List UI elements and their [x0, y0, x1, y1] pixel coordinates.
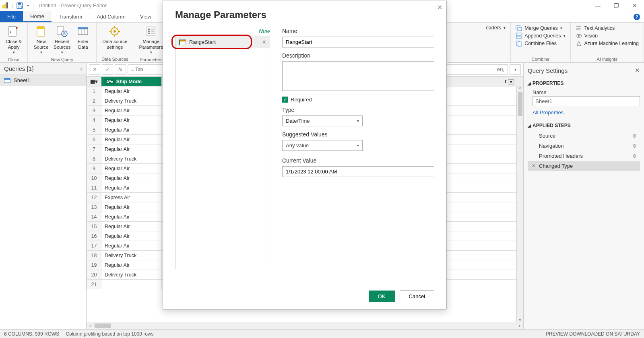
- grid-corner[interactable]: ▦▾: [87, 77, 101, 87]
- gear-icon[interactable]: ⚙: [632, 143, 637, 149]
- svg-rect-26: [151, 31, 154, 32]
- separator: |: [33, 2, 34, 8]
- merge-queries-button[interactable]: Merge Queries ▾: [516, 25, 565, 31]
- all-properties-link[interactable]: All Properties: [533, 106, 640, 120]
- query-item-sheet1[interactable]: Sheet1: [0, 75, 86, 86]
- svg-rect-31: [516, 36, 521, 39]
- delete-parameter-icon[interactable]: ✕: [262, 39, 266, 45]
- parameter-list: RangeStart ✕: [175, 36, 270, 269]
- type-select[interactable]: Date/Time▾: [282, 115, 363, 126]
- queries-pane: Queries [1] ‹ Sheet1: [0, 63, 87, 329]
- query-item-label: Sheet1: [14, 77, 30, 83]
- parameter-description-input[interactable]: [282, 61, 434, 91]
- current-value-input[interactable]: [282, 166, 434, 177]
- new-source-button[interactable]: New Source▾: [31, 23, 51, 56]
- group-label-close: Close: [3, 56, 24, 63]
- type-field-label: Type: [282, 107, 434, 113]
- close-window-button[interactable]: ✕: [625, 0, 644, 11]
- group-label-combine: Combine: [514, 56, 567, 62]
- group-label-ai-insights: AI Insights: [574, 56, 641, 62]
- dialog-title: Manage Parameters: [163, 0, 446, 28]
- highlight-annotation: [171, 35, 252, 49]
- svg-rect-25: [151, 29, 154, 30]
- column-header-ship-mode[interactable]: AᴮcShip Mode: [101, 77, 162, 87]
- append-queries-button[interactable]: Append Queries ▾: [516, 33, 565, 39]
- parameter-form: Name Description ✓ Required Type Date/Ti…: [282, 28, 434, 285]
- query-name-input[interactable]: [533, 96, 640, 106]
- window-title: Untitled - Power Query Editor: [39, 2, 107, 8]
- svg-rect-4: [18, 3, 21, 4]
- vision-button[interactable]: Vision: [576, 33, 639, 39]
- formula-accept-button[interactable]: ✓: [102, 64, 113, 75]
- suggested-values-select[interactable]: Any value▾: [282, 140, 363, 151]
- recent-sources-button[interactable]: Recent Sources▾: [51, 23, 73, 56]
- group-label-data-sources: Data Sources: [100, 56, 130, 62]
- svg-rect-1: [4, 4, 6, 8]
- suggested-values-label: Suggested Values: [282, 131, 434, 138]
- tab-home[interactable]: Home: [23, 11, 52, 22]
- applied-step[interactable]: Navigation⚙: [528, 141, 640, 151]
- svg-rect-23: [148, 31, 150, 32]
- vertical-scrollbar[interactable]: ^ v: [516, 87, 523, 322]
- help-icon[interactable]: ?: [634, 14, 640, 20]
- close-query-settings-icon[interactable]: ✕: [635, 67, 640, 74]
- svg-point-38: [578, 35, 580, 37]
- fx-button[interactable]: fx: [115, 64, 126, 75]
- data-source-settings-button[interactable]: Data source settings: [100, 23, 130, 52]
- current-value-label: Current Value: [282, 157, 434, 164]
- svg-rect-8: [37, 27, 44, 29]
- applied-steps-section-header[interactable]: ◢APPLIED STEPS: [528, 120, 640, 131]
- dialog-close-icon[interactable]: ✕: [437, 4, 442, 11]
- applied-step[interactable]: Promoted Headers⚙: [528, 151, 640, 161]
- tab-file[interactable]: File: [0, 11, 23, 22]
- separator: |: [12, 2, 13, 8]
- group-label-new-query: New Query: [31, 56, 93, 63]
- text-analytics-button[interactable]: Text Analytics: [576, 25, 639, 31]
- queries-header: Queries [1]: [4, 65, 33, 72]
- required-checkbox[interactable]: ✓ Required: [282, 97, 434, 103]
- headers-button-fragment[interactable]: eaders ▾: [486, 25, 506, 31]
- formula-cancel-button[interactable]: ✕: [89, 64, 100, 75]
- status-bar: 6 COLUMNS, 999 ROWS Column profiling bas…: [0, 329, 644, 338]
- combine-files-button[interactable]: Combine Files: [516, 40, 565, 47]
- applied-step[interactable]: Source⚙: [528, 131, 640, 141]
- checkbox-checked-icon: ✓: [282, 97, 288, 103]
- svg-rect-33: [518, 42, 521, 46]
- applied-step[interactable]: Changed Type: [528, 161, 640, 171]
- svg-rect-29: [518, 27, 522, 31]
- status-preview-time: PREVIEW DOWNLOADED ON SATURDAY: [546, 331, 640, 337]
- manage-parameters-dialog: ✕ Manage Parameters New RangeStart ✕ Nam…: [163, 0, 447, 310]
- enter-data-button[interactable]: Enter Data: [73, 23, 93, 52]
- ribbon-collapse-icon[interactable]: ˇ: [629, 14, 630, 20]
- name-field-label: Name: [282, 28, 434, 34]
- close-apply-button[interactable]: Close & Apply▾: [3, 23, 24, 56]
- tab-transform[interactable]: Transform: [52, 11, 90, 22]
- svg-rect-5: [18, 6, 21, 8]
- save-icon[interactable]: [17, 2, 23, 9]
- formula-expand-button[interactable]: ▾: [510, 64, 521, 75]
- tab-add-column[interactable]: Add Column: [89, 11, 133, 22]
- gear-icon[interactable]: ⚙: [632, 133, 637, 139]
- ok-button[interactable]: OK: [369, 291, 395, 302]
- status-profiling: Column profiling based on top 1000 rows: [66, 331, 153, 337]
- svg-rect-24: [148, 33, 150, 34]
- applied-steps-list: Source⚙Navigation⚙Promoted Headers⚙Chang…: [528, 131, 640, 171]
- manage-parameters-button[interactable]: Manage Parameters▾: [136, 23, 165, 56]
- azure-ml-button[interactable]: Azure Machine Learning: [576, 40, 639, 47]
- properties-section-header[interactable]: ◢PROPERTIES: [528, 78, 640, 89]
- svg-rect-22: [148, 29, 150, 30]
- tab-view[interactable]: View: [133, 11, 159, 22]
- maximize-button[interactable]: ❐: [607, 0, 625, 11]
- svg-point-16: [114, 30, 116, 33]
- svg-rect-27: [151, 33, 154, 34]
- cancel-button[interactable]: Cancel: [400, 291, 434, 302]
- horizontal-scrollbar[interactable]: ‹ ›: [87, 322, 523, 329]
- description-field-label: Description: [282, 52, 434, 59]
- collapse-queries-icon[interactable]: ‹: [80, 66, 82, 72]
- gear-icon[interactable]: ⚙: [632, 153, 637, 159]
- svg-rect-30: [516, 33, 521, 35]
- chevron-down-icon[interactable]: ▾: [27, 3, 29, 8]
- group-label-parameters: Parameters: [136, 56, 165, 63]
- parameter-name-input[interactable]: [282, 37, 434, 47]
- minimize-button[interactable]: —: [588, 0, 607, 11]
